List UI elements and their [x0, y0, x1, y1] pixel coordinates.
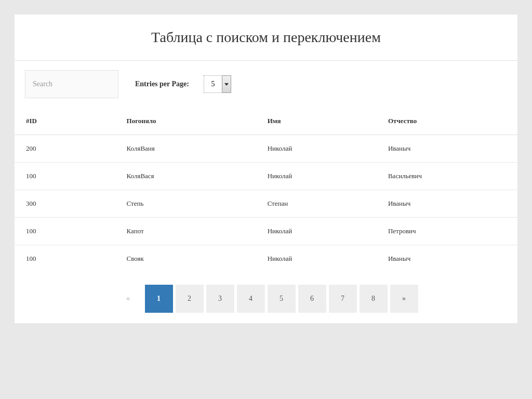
cell-name: Николай: [256, 245, 377, 273]
page-4[interactable]: 4: [237, 285, 265, 313]
controls-row: Entries per Page: 5: [15, 61, 517, 108]
header-patronymic[interactable]: Отчество: [377, 108, 517, 135]
header-id[interactable]: #ID: [15, 108, 115, 135]
cell-id: 100: [15, 163, 115, 190]
cell-nickname: Капот: [115, 218, 256, 245]
cell-patronymic: Петрович: [377, 218, 517, 245]
cell-name: Николай: [256, 218, 377, 245]
table-row: 300СтепьСтепанИваныч: [15, 190, 517, 218]
cell-patronymic: Иваныч: [377, 245, 517, 273]
pagination: «12345678»: [15, 272, 517, 323]
cell-id: 300: [15, 190, 115, 218]
table-row: 100КоляВасяНиколайВасильевич: [15, 163, 517, 190]
title-section: Таблица с поиском и переключением: [15, 15, 517, 61]
header-name[interactable]: Имя: [256, 108, 377, 135]
page-3[interactable]: 3: [206, 285, 234, 313]
main-container: Таблица с поиском и переключением Entrie…: [15, 15, 517, 323]
cell-nickname: КоляВася: [115, 163, 256, 190]
cell-patronymic: Иваныч: [377, 135, 517, 163]
cell-patronymic: Иваныч: [377, 190, 517, 218]
page-8[interactable]: 8: [360, 285, 388, 313]
table-row: 100КапотНиколайПетрович: [15, 218, 517, 245]
cell-id: 200: [15, 135, 115, 163]
table-row: 200КоляВаняНиколайИваныч: [15, 135, 517, 163]
cell-nickname: Свояк: [115, 245, 256, 273]
cell-nickname: КоляВаня: [115, 135, 256, 163]
page-2[interactable]: 2: [176, 285, 204, 313]
page-5[interactable]: 5: [268, 285, 296, 313]
entries-per-page-label: Entries per Page:: [135, 80, 189, 88]
page-title: Таблица с поиском и переключением: [15, 29, 517, 46]
page-6[interactable]: 6: [298, 285, 326, 313]
search-input[interactable]: [25, 70, 118, 98]
cell-patronymic: Васильевич: [377, 163, 517, 190]
table-header-row: #ID Погоняло Имя Отчество: [15, 108, 517, 135]
header-nickname[interactable]: Погоняло: [115, 108, 256, 135]
cell-id: 100: [15, 245, 115, 273]
page-next[interactable]: »: [390, 285, 418, 313]
page-prev[interactable]: «: [114, 285, 142, 313]
data-table: #ID Погоняло Имя Отчество 200КоляВаняНик…: [15, 108, 517, 272]
page-1[interactable]: 1: [145, 285, 173, 313]
cell-nickname: Степь: [115, 190, 256, 218]
entries-per-page-select[interactable]: 5: [204, 75, 231, 93]
cell-name: Степан: [256, 190, 377, 218]
cell-id: 100: [15, 218, 115, 245]
page-7[interactable]: 7: [329, 285, 357, 313]
chevron-down-icon: [222, 75, 231, 93]
cell-name: Николай: [256, 135, 377, 163]
entries-select-value: 5: [204, 75, 222, 93]
table-row: 100СвоякНиколайИваныч: [15, 245, 517, 273]
cell-name: Николай: [256, 163, 377, 190]
